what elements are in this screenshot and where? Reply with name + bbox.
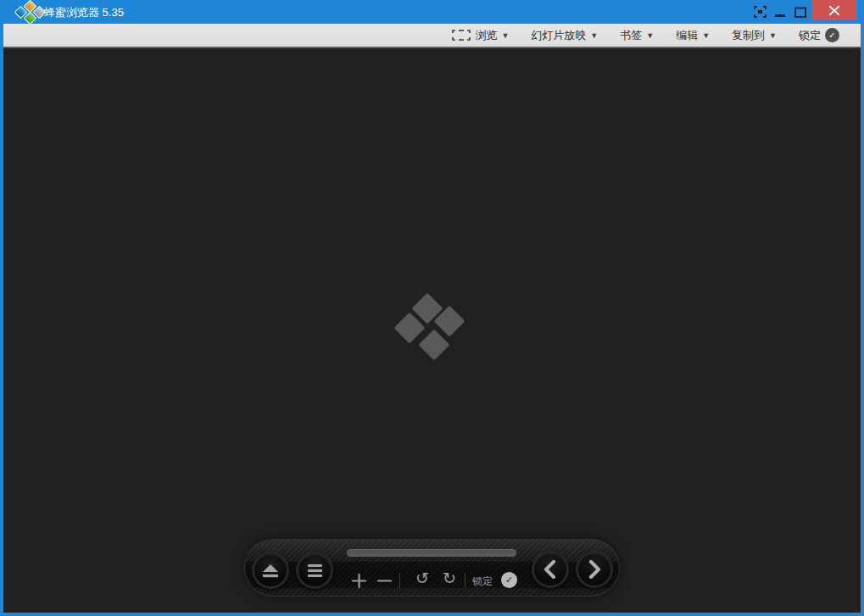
- toolbar-label-slideshow: 幻灯片放映: [531, 28, 586, 43]
- toolbar-item-slideshow[interactable]: 幻灯片放映 ▼: [531, 28, 598, 43]
- rotate-left-button[interactable]: ↺: [413, 569, 432, 588]
- menu-button[interactable]: [296, 552, 333, 589]
- chevron-down-icon: ▼: [646, 31, 654, 40]
- maximize-icon: [794, 7, 806, 18]
- chevron-right-icon: [587, 560, 602, 579]
- fullscreen-icon: [754, 6, 766, 18]
- toolbar-item-browse[interactable]: 浏览 ▼: [452, 28, 509, 43]
- fullscreen-button[interactable]: [750, 3, 769, 21]
- close-button[interactable]: [811, 0, 856, 20]
- plus-icon: [352, 574, 366, 588]
- eject-icon: [262, 563, 279, 578]
- open-file-button[interactable]: [252, 552, 289, 589]
- minus-icon: [377, 574, 392, 588]
- toolbar-label-bookmarks: 书签: [620, 28, 642, 43]
- next-image-button[interactable]: [576, 551, 613, 588]
- maximize-button[interactable]: [792, 3, 809, 21]
- title-bar: 蜂蜜浏览器 5.35: [0, 0, 864, 24]
- lock-check-circle-icon[interactable]: ✓: [501, 572, 517, 588]
- check-circle-icon: ✓: [825, 28, 839, 42]
- zoom-slider[interactable]: [347, 549, 516, 557]
- toolbar-item-edit[interactable]: 编辑 ▼: [676, 28, 710, 43]
- image-viewer-area[interactable]: ↺ ↻ 锁定 ✓: [3, 48, 861, 613]
- fit-to-window-icon: [452, 30, 471, 41]
- chevron-down-icon: ▼: [590, 31, 598, 40]
- toolbar-label-lock: 锁定: [799, 28, 821, 43]
- lock-label[interactable]: 锁定: [472, 574, 493, 589]
- app-logo-icon: [11, 0, 40, 24]
- floating-control-bar: ↺ ↻ 锁定 ✓: [244, 539, 620, 597]
- previous-image-button[interactable]: [532, 551, 569, 588]
- zoom-in-button[interactable]: [351, 573, 366, 588]
- chevron-left-icon: [543, 560, 558, 579]
- toolbar-item-lock[interactable]: 锁定 ✓: [799, 28, 839, 43]
- toolbar-label-browse: 浏览: [475, 28, 497, 43]
- minimize-icon: [775, 6, 785, 18]
- minimize-button[interactable]: [772, 3, 789, 21]
- divider: [399, 573, 400, 588]
- toolbar-item-bookmarks[interactable]: 书签 ▼: [620, 28, 654, 43]
- menu-icon: [308, 564, 322, 577]
- chevron-down-icon: ▼: [769, 31, 777, 40]
- watermark-diamond: [419, 330, 450, 361]
- toolbar-item-copy-to[interactable]: 复制到 ▼: [732, 28, 777, 43]
- chevron-down-icon: ▼: [501, 31, 509, 40]
- chevron-down-icon: ▼: [702, 31, 710, 40]
- app-window: 蜂蜜浏览器 5.35: [0, 0, 864, 616]
- toolbar: 浏览 ▼ 幻灯片放映 ▼ 书签 ▼ 编辑 ▼ 复制到 ▼ 锁定 ✓: [3, 24, 861, 48]
- divider: [465, 573, 465, 588]
- close-icon: [829, 6, 839, 15]
- window-title: 蜂蜜浏览器 5.35: [44, 5, 124, 20]
- rotate-right-button[interactable]: ↻: [440, 569, 459, 588]
- toolbar-label-copy-to: 复制到: [732, 28, 765, 43]
- zoom-out-button[interactable]: [376, 573, 392, 588]
- toolbar-label-edit: 编辑: [676, 28, 698, 43]
